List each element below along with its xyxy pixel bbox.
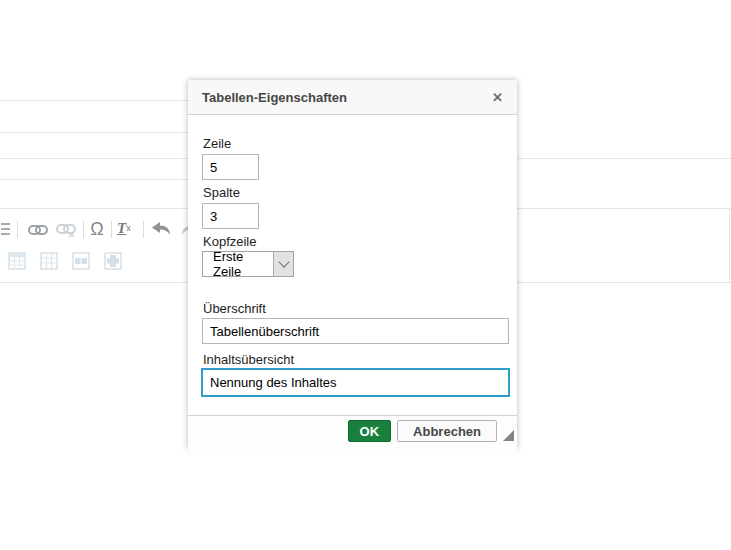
columns-label: Spalte <box>203 185 240 200</box>
toolbar-separator <box>83 221 84 238</box>
dialog-footer: OK Abbrechen <box>188 415 517 453</box>
summary-label: Inhaltsübersicht <box>203 352 294 367</box>
toolbar-separator <box>17 221 18 238</box>
special-character-icon[interactable]: Ω <box>88 219 106 238</box>
caption-label: Überschrift <box>203 301 266 316</box>
dialog-body: Zeile Spalte Kopfzeile Erste Zeile Übers… <box>202 115 509 415</box>
select-dropdown-button[interactable] <box>273 252 293 276</box>
split-cell-icon <box>104 252 122 271</box>
dialog-resize-handle[interactable] <box>503 430 514 441</box>
close-icon[interactable]: ✕ <box>492 90 503 105</box>
dialog-header: Tabellen-Eigenschaften ✕ <box>188 80 517 115</box>
link-icon[interactable] <box>28 224 48 236</box>
cancel-button[interactable]: Abbrechen <box>397 420 497 442</box>
rows-input[interactable] <box>202 154 259 180</box>
bg-editor-right-border <box>729 209 730 282</box>
chevron-down-icon <box>278 256 289 267</box>
table-properties-dialog: Tabellen-Eigenschaften ✕ Zeile Spalte Ko… <box>188 80 517 449</box>
remove-format-icon[interactable]: Tx <box>117 221 131 236</box>
bg-divider <box>0 179 188 180</box>
unlink-icon <box>56 224 77 238</box>
header-row-selected-value: Erste Zeile <box>203 252 273 276</box>
header-row-select[interactable]: Erste Zeile <box>202 251 294 277</box>
caption-input[interactable] <box>202 318 509 344</box>
toolbar-separator <box>111 221 112 238</box>
bg-divider <box>0 132 188 133</box>
toolbar-separator <box>143 221 144 238</box>
insert-table-icon <box>8 252 26 271</box>
undo-icon[interactable] <box>152 222 172 236</box>
header-row-label: Kopfzeile <box>203 234 256 249</box>
ok-button[interactable]: OK <box>348 420 392 442</box>
table-properties-icon <box>40 252 58 271</box>
rows-label: Zeile <box>203 136 231 151</box>
bg-divider <box>0 100 188 101</box>
columns-input[interactable] <box>202 203 259 229</box>
summary-input[interactable] <box>201 368 510 397</box>
list-icon[interactable] <box>0 222 10 237</box>
dialog-title: Tabellen-Eigenschaften <box>202 90 492 105</box>
merge-cells-icon <box>72 252 90 271</box>
editor-page: { "background": { "toolbar": { "omega_gl… <box>0 0 731 550</box>
